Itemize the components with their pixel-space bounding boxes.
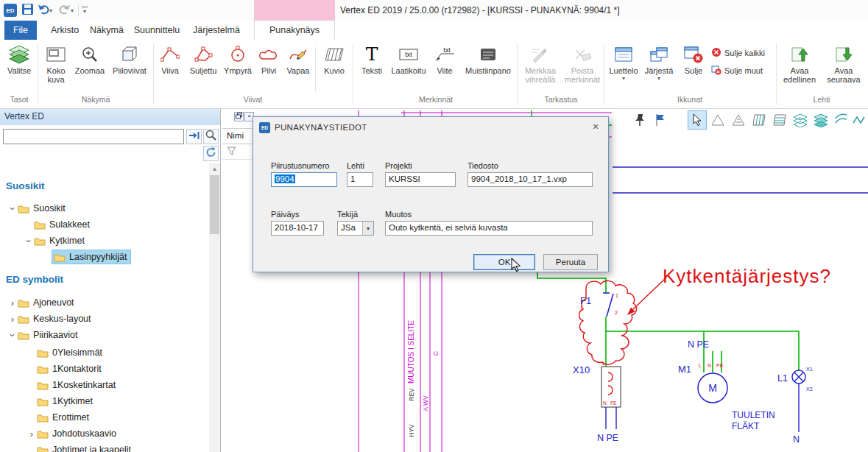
tree-item-erottimet[interactable]: Erottimet [0, 409, 208, 425]
sidebar-panel-title[interactable]: Vertex ED [0, 109, 220, 125]
ribbon-button-laatikoitu[interactable]: txt Laatikoitu [389, 41, 428, 93]
triangle-outline-icon[interactable] [708, 110, 727, 130]
chevron-down-icon[interactable]: › [7, 203, 18, 213]
select-cursor-icon[interactable] [688, 110, 707, 130]
tab-jarjestelma[interactable]: Järjestelmä [188, 21, 244, 40]
hatch-cross-icon[interactable] [770, 110, 789, 130]
ribbon-button-muistiinpano[interactable]: Muistiinpano [461, 41, 515, 93]
refresh-button[interactable] [203, 146, 219, 161]
tree-item-1kytkimet[interactable]: 1Kytkimet [0, 393, 208, 409]
chevron-down-icon[interactable]: › [7, 330, 18, 340]
projekti-input[interactable]: KURSSI [385, 172, 456, 187]
label-motor-m: M [708, 382, 717, 394]
tree-section-suosikit[interactable]: Suosikit [6, 180, 45, 191]
tab-nakyma[interactable]: Näkymä [87, 21, 127, 40]
undo-caret-icon[interactable]: ▾ [49, 7, 52, 14]
triangle-hatched-icon[interactable] [729, 110, 748, 130]
wave-lines-icon[interactable] [832, 110, 851, 130]
ribbon-button-ympyra[interactable]: Ympyrä [222, 41, 254, 93]
search-go-button[interactable] [186, 129, 202, 144]
flag-cursor-icon[interactable] [651, 110, 670, 130]
tree-item-suosikit[interactable]: › Suosikit [0, 200, 208, 216]
hatch-pattern-icon [325, 43, 344, 66]
folder-icon [34, 220, 46, 230]
layers-stack-icon[interactable] [791, 110, 810, 130]
tab-punakynays[interactable]: Punakynäys [254, 21, 335, 40]
boxed-text-icon: txt [398, 43, 419, 66]
tree-item-ajoneuvot[interactable]: › Ajoneuvot [0, 294, 208, 311]
ribbon-group-label-lehti: Lehti [779, 95, 864, 104]
ribbon-button-avaa-edellinen[interactable]: Avaa edellinen [779, 41, 820, 93]
tree-item-kytkimet[interactable]: › Kytkimet [0, 233, 208, 249]
mdi-restore-button[interactable] [234, 112, 244, 121]
ribbon-button-koko-kuva[interactable]: Koko kuva [40, 41, 72, 93]
ribbon-button-viite[interactable]: txt Viite [430, 41, 459, 93]
sidebar-search-input[interactable] [3, 129, 184, 144]
search-button[interactable] [203, 129, 219, 144]
ribbon-button-valitse[interactable]: Valitse [3, 41, 35, 93]
ok-button[interactable]: OK [473, 254, 535, 270]
symbol-list-header-nimi[interactable]: Nimi [222, 129, 253, 144]
ribbon-button-piiloviivat[interactable]: Piiloviivat [107, 41, 152, 93]
chevron-down-icon[interactable]: › [24, 236, 35, 246]
ribbon-button-pilvi[interactable]: Pilvi [255, 41, 282, 93]
tab-file[interactable]: File [4, 21, 37, 40]
ribbon-button-viiva[interactable]: Viiva [155, 41, 185, 93]
app-logo-icon[interactable]: ED [4, 4, 17, 17]
tree-item-johtimet-ja-kaapelit[interactable]: Johtimet ja kaapelit [0, 442, 208, 452]
tree-item-keskus-layout[interactable]: › Keskus-layout [0, 311, 208, 327]
sidebar-scrollbar[interactable]: ▲ [209, 163, 220, 452]
tab-arkisto[interactable]: Arkisto [46, 21, 84, 40]
tree-item-1kosketinkartat[interactable]: 1Kosketinkartat [0, 377, 208, 393]
ribbon-button-jarjesta[interactable]: Järjestä ▾ [642, 41, 676, 93]
scrollbar-thumb[interactable] [210, 175, 219, 234]
paivays-input[interactable]: 2018-10-17 [271, 221, 324, 236]
tiedosto-input[interactable]: 9904_2018_10_17_1.vxp [467, 172, 593, 187]
undo-button[interactable]: ▾ [38, 3, 52, 18]
save-icon [21, 3, 34, 18]
zigzag-icon[interactable] [851, 110, 867, 130]
tree-section-ed-symbolit[interactable]: ED symbolit [6, 274, 63, 285]
tab-suunnittelu[interactable]: Suunnittelu [130, 21, 184, 40]
chevron-right-icon[interactable]: › [27, 428, 37, 439]
ribbon-button-avaa-seuraava[interactable]: Avaa seuraava [823, 41, 864, 93]
muutos-input[interactable]: Outo kytkentä, ei selviä kuvasta [385, 221, 593, 236]
tree-item-sulakkeet[interactable]: Sulakkeet [0, 216, 208, 233]
ribbon-button-sulje[interactable]: Sulje [679, 41, 708, 93]
lehti-input[interactable]: 1 [347, 172, 373, 187]
ribbon-button-teksti[interactable]: T Teksti [356, 41, 387, 93]
hatch-lines-icon[interactable] [749, 110, 769, 130]
qat-customize-button[interactable]: ▾ [82, 3, 88, 18]
tree-item-1kontaktorit[interactable]: 1Kontaktorit [0, 361, 208, 377]
fit-view-icon [46, 43, 66, 66]
piirustusnumero-input[interactable]: 9904 [271, 172, 337, 187]
cancel-button[interactable]: Peruuta [543, 254, 598, 270]
label-x10-l: L [602, 361, 605, 366]
dialog-close-icon[interactable]: × [588, 120, 604, 133]
layers-stack-filled-icon[interactable] [811, 110, 830, 130]
tree-item-johdotuskaavio[interactable]: › Johdotuskaavio [0, 425, 208, 442]
tree-item-lasinpyyhkijat[interactable]: Lasinpyyhkijät [0, 249, 208, 265]
ribbon-button-luettelo[interactable]: Luettelo ▾ [607, 41, 641, 93]
tree-item-piirikaaviot[interactable]: › Piirikaaviot [0, 327, 208, 343]
ribbon-button-vapaa[interactable]: Vapaa [283, 41, 313, 93]
combo-dropdown-icon[interactable]: ▾ [362, 222, 373, 235]
dialog-title-bar[interactable]: ED PUNAKYNÄYSTIEDOT × [253, 117, 608, 138]
chevron-right-icon[interactable]: › [7, 314, 18, 325]
ribbon-button-merkkaa-vihrealla: Merkkaa vihreällä [520, 41, 561, 93]
ribbon-button-zoomaa[interactable]: Zoomaa [74, 41, 106, 93]
dropdown-caret-icon: ▾ [622, 75, 625, 82]
ribbon-button-kuvio[interactable]: Kuvio [318, 41, 350, 93]
ribbon-button-sulje-muut[interactable]: Sulje muut [711, 63, 763, 78]
save-button[interactable] [21, 3, 34, 18]
symbol-list-filter-row[interactable] [222, 144, 253, 160]
tree-item-0yleisimmat[interactable]: 0Yleisimmät [0, 345, 208, 361]
ribbon-group-label-tarkastus: Tarkastus [520, 95, 602, 104]
bus-wires [613, 167, 868, 193]
ribbon-button-sulje-kaikki[interactable]: Sulje kaikki [711, 46, 765, 60]
pin-icon[interactable] [630, 110, 649, 130]
chevron-right-icon[interactable]: › [7, 297, 18, 308]
ribbon-button-suljettu[interactable]: Suljettu [186, 41, 220, 93]
scrollbar-up-arrow-icon[interactable]: ▲ [209, 163, 220, 174]
tekija-combobox[interactable]: JSa ▾ [337, 221, 374, 236]
